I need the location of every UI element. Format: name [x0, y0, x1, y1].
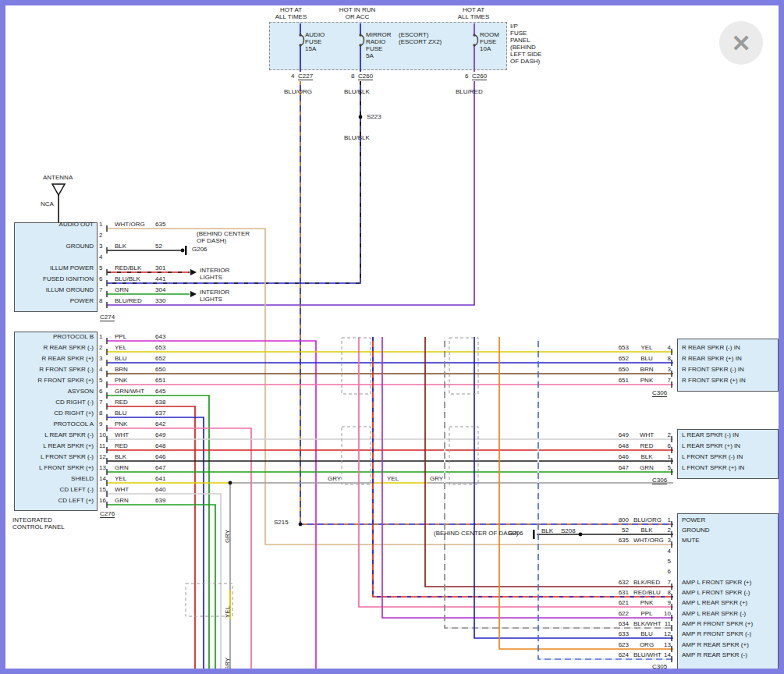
- wiring-diagram-page: HOT ATALL TIMESHOT IN RUNOR ACCHOT ATALL…: [0, 0, 784, 674]
- close-button[interactable]: ✕: [719, 21, 763, 65]
- close-icon: ✕: [731, 30, 750, 57]
- wiring-svg: [0, 0, 784, 674]
